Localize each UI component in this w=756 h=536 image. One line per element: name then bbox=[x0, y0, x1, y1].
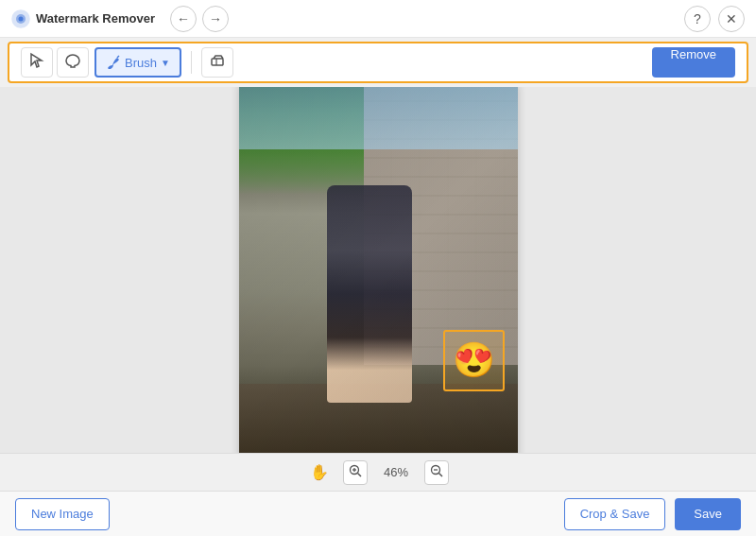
toolbar-divider-1 bbox=[191, 51, 192, 74]
footer-left: New Image bbox=[15, 498, 110, 530]
eraser-icon bbox=[209, 52, 226, 73]
brush-tool-button[interactable]: Brush ▼ bbox=[94, 47, 181, 78]
back-icon: ← bbox=[177, 11, 190, 26]
footer: New Image Crop & Save Save bbox=[0, 491, 756, 536]
zoom-in-button[interactable] bbox=[343, 460, 368, 485]
remove-button[interactable]: Remove bbox=[652, 47, 735, 78]
svg-line-12 bbox=[439, 474, 443, 477]
zoom-in-icon bbox=[349, 464, 362, 480]
close-icon: ✕ bbox=[726, 11, 737, 26]
photo-overlay bbox=[239, 87, 518, 453]
hand-icon: ✋ bbox=[310, 463, 329, 481]
window-controls: ? ✕ bbox=[684, 6, 745, 32]
close-button[interactable]: ✕ bbox=[718, 6, 745, 32]
watermark-emoji: 😍 bbox=[453, 340, 495, 380]
zoom-level: 46% bbox=[379, 465, 413, 479]
forward-icon: → bbox=[209, 11, 222, 26]
pan-tool-button[interactable]: ✋ bbox=[307, 460, 332, 485]
footer-right: Crop & Save Save bbox=[564, 498, 741, 530]
crop-save-button[interactable]: Crop & Save bbox=[564, 498, 666, 530]
lasso-tool-button[interactable] bbox=[57, 47, 89, 78]
watermark-selection-box[interactable]: 😍 bbox=[443, 330, 505, 391]
main-canvas[interactable]: 😍 bbox=[0, 87, 756, 453]
forward-button[interactable]: → bbox=[202, 6, 229, 32]
image-container: 😍 bbox=[239, 87, 518, 453]
svg-line-4 bbox=[117, 56, 119, 58]
new-image-button[interactable]: New Image bbox=[15, 498, 110, 530]
app-title: Watermark Remover bbox=[36, 11, 155, 26]
brush-icon bbox=[106, 55, 121, 70]
logo-icon bbox=[11, 9, 30, 28]
lasso-icon bbox=[64, 52, 81, 73]
help-icon: ? bbox=[694, 11, 701, 26]
brush-dropdown-icon: ▼ bbox=[161, 58, 170, 68]
app-logo: Watermark Remover bbox=[11, 9, 155, 28]
help-button[interactable]: ? bbox=[684, 6, 711, 32]
svg-marker-3 bbox=[31, 54, 42, 67]
eraser-tool-button[interactable] bbox=[201, 47, 233, 78]
selection-icon bbox=[28, 52, 45, 73]
zoom-bar: ✋ 46% bbox=[0, 453, 756, 491]
remove-label: Remove bbox=[671, 47, 716, 61]
svg-line-8 bbox=[358, 474, 362, 477]
svg-point-2 bbox=[19, 16, 24, 21]
save-button[interactable]: Save bbox=[675, 498, 741, 530]
selection-tool-button[interactable] bbox=[21, 47, 53, 78]
tool-group bbox=[21, 47, 89, 78]
main-toolbar: Brush ▼ Remove bbox=[8, 42, 748, 83]
brush-label: Brush bbox=[125, 56, 157, 70]
svg-rect-5 bbox=[212, 59, 223, 65]
back-button[interactable]: ← bbox=[170, 6, 197, 32]
app-header: Watermark Remover ← → ? ✕ bbox=[0, 0, 756, 38]
zoom-out-icon bbox=[430, 464, 443, 480]
zoom-out-button[interactable] bbox=[424, 460, 449, 485]
